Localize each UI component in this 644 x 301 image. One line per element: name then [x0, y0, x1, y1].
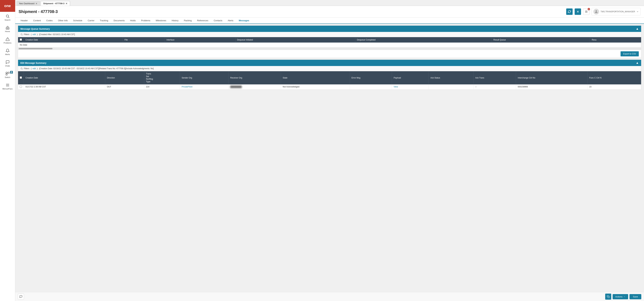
sidebar-item-chats[interactable]: Chats: [0, 58, 15, 69]
tab-other-info[interactable]: Other Info: [55, 18, 70, 24]
svg-rect-20: [608, 296, 610, 298]
menu-button[interactable]: ★: [583, 8, 590, 15]
sidebar-item-switch-label: Switch: [5, 76, 10, 78]
main-area: Neo Dashboard ✕ Shipment - 477708-3 ✕ Sh…: [15, 0, 644, 301]
tab-alerts[interactable]: Alerts: [225, 18, 236, 24]
export-to-csv-button[interactable]: Export to CSV: [620, 51, 639, 56]
message-queue-select-all-header[interactable]: [18, 37, 24, 42]
header-bar: Shipment - 477708-3 ★: [15, 6, 644, 18]
edi-select-all-checkbox[interactable]: [20, 76, 22, 79]
sender-org-link[interactable]: PrivateFleet: [182, 86, 192, 88]
star-badge: ★: [588, 8, 590, 10]
edi-row-error-msg: [350, 84, 392, 90]
mq-col-creation-date: Creation Date: [24, 37, 123, 42]
edi-row-sender-org[interactable]: PrivateFleet: [180, 84, 228, 90]
sidebar-item-switch[interactable]: Switch: [0, 69, 15, 81]
tab-tracking[interactable]: Tracking: [97, 18, 111, 24]
edi-row-ack-status: [429, 84, 474, 90]
sidebar-item-home[interactable]: Home: [0, 23, 15, 35]
sidebar-item-alerts[interactable]: Alerts: [0, 46, 15, 58]
mq-col-interface: Interface: [165, 37, 235, 42]
chat-button[interactable]: [18, 294, 24, 300]
sidebar-item-chats-label: Chats: [5, 65, 10, 67]
edi-col-ack-status: Ack Status: [429, 71, 474, 84]
edi-message-header: EDI Message Summary ▲: [18, 60, 641, 66]
edi-col-direction: Direction: [105, 71, 144, 84]
content-area: Header Content Codes Other Info Schedule…: [15, 18, 644, 292]
message-queue-header: Message Queue Summary ▲: [18, 26, 641, 32]
bell-icon: [6, 48, 10, 53]
actions-button[interactable]: Actions: [612, 294, 628, 299]
tab-header[interactable]: Header: [18, 18, 30, 24]
edi-row-ack-trans: --: [474, 84, 516, 90]
edi-filter-search-icon: [20, 67, 23, 70]
edi-row-direction: OUT: [105, 84, 144, 90]
sidebar-item-menus-favs-label: Menus/Favs: [2, 88, 13, 90]
tab-holds[interactable]: Holds: [128, 18, 138, 24]
edi-message-summary-panel: EDI Message Summary ▲ Filters (edit): [C…: [18, 60, 641, 90]
refresh-button[interactable]: [566, 8, 572, 15]
svg-point-16: [21, 34, 22, 35]
edi-table-row: 01/17/22 2:39 AM CST OUT 214 PrivateFlee…: [18, 84, 641, 90]
edi-col-interchange-ctrl: Interchange Ctrl No: [516, 71, 588, 84]
top-tab-shipment-close[interactable]: ✕: [66, 2, 68, 5]
user-dropdown[interactable]: TMS.TRANSPORTATION_MANAGER: [592, 8, 640, 15]
edi-row-select-checkbox[interactable]: [20, 86, 22, 88]
mq-col-result: Resu: [590, 37, 641, 42]
edi-row-checkbox[interactable]: [18, 84, 24, 90]
copy-icon: [607, 295, 610, 298]
message-queue-collapse-btn[interactable]: ▲: [636, 27, 639, 30]
receiver-org-blurred: ████████: [230, 86, 242, 88]
top-tab-neo-dashboard-close[interactable]: ✕: [36, 2, 38, 5]
edi-row-payload[interactable]: View: [392, 84, 429, 90]
edi-select-all-header[interactable]: [18, 71, 24, 84]
tab-contacts[interactable]: Contacts: [211, 18, 225, 24]
tab-carrier[interactable]: Carrier: [85, 18, 97, 24]
save-button[interactable]: Save: [630, 294, 641, 299]
search-icon: [6, 14, 10, 18]
edi-row-func-ctrl: 15: [588, 84, 641, 90]
sidebar-item-problems-label: Problems: [4, 42, 11, 44]
message-queue-select-all-checkbox[interactable]: [20, 38, 22, 41]
actions-label: Actions: [615, 296, 622, 298]
top-tab-neo-dashboard[interactable]: Neo Dashboard ✕: [16, 1, 40, 6]
edi-message-table: Creation Date Direction TransSetNo/MsgTy…: [18, 71, 641, 90]
sidebar-item-menus-favs[interactable]: Menus/Favs: [0, 81, 15, 92]
refresh-icon: [568, 10, 571, 13]
tab-problems[interactable]: Problems: [138, 18, 153, 24]
top-tab-shipment[interactable]: Shipment - 477708-3 ✕: [41, 1, 70, 6]
message-queue-table-header-row: Creation Date File Interface Dequeue Ini…: [18, 37, 641, 42]
close-button[interactable]: [575, 8, 581, 15]
edi-message-collapse-btn[interactable]: ▲: [636, 61, 639, 65]
filter-label: Filters: [24, 33, 29, 36]
edi-edit-filter[interactable]: edit: [32, 67, 36, 70]
tab-history[interactable]: History: [169, 18, 181, 24]
sidebar-item-search[interactable]: Search: [0, 12, 15, 23]
tab-content[interactable]: Content: [30, 18, 44, 24]
tab-packing[interactable]: Packing: [181, 18, 194, 24]
copy-button[interactable]: [605, 294, 611, 300]
app-logo[interactable]: one: [0, 0, 15, 12]
payload-view-link[interactable]: View: [394, 86, 398, 88]
bottom-left-actions: [18, 294, 24, 300]
tab-documents[interactable]: Documents: [111, 18, 128, 24]
message-queue-scroll-thumb[interactable]: [19, 48, 52, 49]
message-queue-table: Creation Date File Interface Dequeue Ini…: [18, 37, 641, 48]
svg-rect-4: [6, 72, 7, 74]
top-tab-neo-dashboard-label: Neo Dashboard: [19, 2, 34, 5]
tab-milestones[interactable]: Milestones: [153, 18, 169, 24]
chevron-down-icon: [636, 10, 639, 13]
message-queue-scrollbar[interactable]: [18, 48, 641, 50]
sidebar-item-problems[interactable]: Problems: [0, 35, 15, 46]
message-queue-edit-filter[interactable]: edit: [32, 33, 36, 36]
tab-messages[interactable]: Messages: [236, 18, 252, 24]
edi-table-scroll[interactable]: Creation Date Direction TransSetNo/MsgTy…: [18, 71, 641, 90]
tab-codes[interactable]: Codes: [44, 18, 55, 24]
tab-references[interactable]: References: [194, 18, 211, 24]
svg-point-0: [6, 15, 8, 17]
message-queue-table-scroll[interactable]: Creation Date File Interface Dequeue Ini…: [18, 37, 641, 48]
mq-col-dequeue-completed: Dequeue Completed: [355, 37, 492, 42]
avatar-icon: [594, 10, 598, 14]
tab-schedule[interactable]: Schedule: [70, 18, 85, 24]
mq-col-file: File: [123, 37, 165, 42]
